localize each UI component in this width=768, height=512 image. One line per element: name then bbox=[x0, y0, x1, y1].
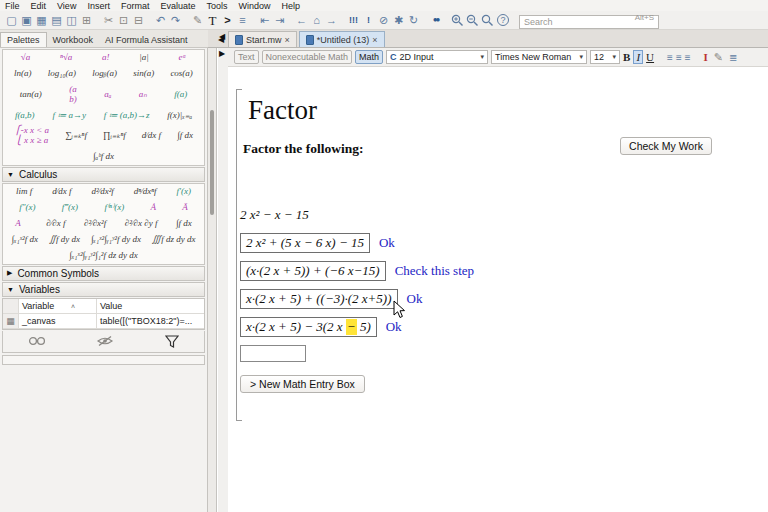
save-icon[interactable]: ▦ bbox=[34, 13, 49, 28]
palette-item[interactable]: f‴(x) bbox=[62, 203, 78, 213]
palette-item[interactable]: ∫ₓ₁ˣ²f dx bbox=[11, 235, 38, 245]
worksheet-content[interactable]: Factor Factor the following: Check My Wo… bbox=[228, 67, 768, 512]
check-my-work-button[interactable]: Check My Work bbox=[620, 137, 712, 155]
palette-item[interactable]: f⁽ⁿ⁾(x) bbox=[104, 203, 124, 213]
palette-item[interactable]: ∫ₐᵇf dx bbox=[93, 152, 114, 162]
palette-item[interactable]: d∕dx f bbox=[142, 131, 161, 141]
palette-item[interactable]: f″(x) bbox=[19, 203, 35, 213]
section-variables[interactable]: ▼ Variables bbox=[2, 282, 205, 297]
palette-item[interactable]: √a bbox=[21, 53, 30, 63]
palette-item[interactable]: ∬f dy dx bbox=[49, 235, 80, 245]
palette-item[interactable]: ∫ₓ₁ˣ²∫ᵧ₁ʸ²f dy dx bbox=[91, 235, 141, 245]
hyperlink-edit-icon[interactable]: ✎ bbox=[190, 13, 205, 28]
palette-item[interactable]: f(x)|ₓ₌ₐ bbox=[167, 111, 192, 121]
watch-icon[interactable] bbox=[28, 335, 46, 347]
zoom-in-icon[interactable] bbox=[450, 13, 465, 28]
panel-collapse-right-icon[interactable]: ▶ bbox=[219, 49, 225, 58]
palette-item[interactable]: f(a,b) bbox=[15, 111, 35, 121]
palette-item[interactable]: d²∕dx²f bbox=[91, 187, 113, 197]
grid-icon[interactable]: ▦ bbox=[3, 314, 19, 328]
palette-item[interactable]: log₁₀(a) bbox=[48, 69, 76, 79]
underline-button[interactable]: U bbox=[646, 51, 654, 63]
palette-item[interactable]: dⁿ∕dxⁿf bbox=[134, 187, 157, 197]
insert-prompt-icon[interactable]: > bbox=[220, 13, 235, 28]
tab-ai-formula-assistant[interactable]: AI Formula Assistant bbox=[99, 33, 194, 47]
variable-row[interactable]: ▦ _canvas table([("TBOX18:2")=... bbox=[3, 314, 204, 329]
palette-item[interactable]: ∫f dx bbox=[177, 131, 193, 141]
menu-tools[interactable]: Tools bbox=[206, 1, 227, 11]
variables-header-row[interactable]: Variable ˄ Value bbox=[3, 299, 204, 314]
palette-item[interactable]: ∂²∕∂x²f bbox=[84, 219, 106, 229]
palette-item[interactable]: ∭f dz dy dx bbox=[152, 235, 196, 245]
insert-text-icon[interactable]: T bbox=[205, 13, 220, 28]
align-right-icon[interactable]: ≡ bbox=[685, 52, 691, 63]
section-calculus[interactable]: ▼ Calculus bbox=[2, 167, 205, 182]
section-common-symbols[interactable]: ▶ Common Symbols bbox=[2, 266, 205, 281]
paste-icon[interactable]: ⊟ bbox=[131, 13, 146, 28]
print-icon[interactable]: ▤ bbox=[49, 13, 64, 28]
column-variable[interactable]: Variable ˄ bbox=[19, 299, 97, 313]
palette-item[interactable]: cos(a) bbox=[170, 69, 193, 79]
interrupt-icon[interactable]: ⊘ bbox=[376, 13, 391, 28]
menu-evaluate[interactable]: Evaluate bbox=[160, 1, 195, 11]
palette-item[interactable]: f ≔ a→y bbox=[52, 111, 86, 121]
input-style-dropdown[interactable]: C 2D Input ▾ bbox=[386, 50, 488, 64]
redo-icon[interactable]: ↷ bbox=[168, 13, 183, 28]
palette-item[interactable]: aₙ bbox=[139, 90, 147, 100]
undo-icon[interactable]: ↶ bbox=[153, 13, 168, 28]
palette-item[interactable]: ∏ᵢ₌ₖⁿf bbox=[103, 131, 126, 141]
palette-item[interactable]: ∫f dx bbox=[176, 219, 192, 229]
palette-item[interactable]: eᵃ bbox=[178, 53, 186, 63]
palette-scrollbar[interactable] bbox=[208, 48, 217, 512]
hide-icon[interactable] bbox=[96, 335, 114, 347]
zoom-reset-icon[interactable] bbox=[480, 13, 495, 28]
nonexecutable-math-button[interactable]: Nonexecutable Math bbox=[262, 50, 353, 64]
font-dropdown[interactable]: Times New Roman ▾ bbox=[491, 50, 587, 64]
home-icon[interactable]: ⌂ bbox=[309, 13, 324, 28]
palette-item[interactable]: ∫ₓ₁ˣ²∫ᵧ₁ʸ²∫₁²f dz dy dx bbox=[69, 251, 138, 261]
palette-item[interactable]: sin(a) bbox=[133, 69, 154, 79]
tab-group-icon[interactable]: ●● bbox=[428, 13, 443, 28]
text-mode-button[interactable]: Text bbox=[234, 50, 259, 64]
palette-item[interactable]: f′(x) bbox=[177, 187, 191, 197]
tab-palettes[interactable]: Palettes bbox=[0, 32, 47, 47]
palette-item[interactable]: ∑ᵢ₌ₖⁿf bbox=[65, 131, 87, 141]
align-center-icon[interactable]: ≡ bbox=[676, 52, 682, 63]
bullet-list-icon[interactable]: ≣ bbox=[729, 52, 737, 63]
indent-icon[interactable]: ⇥ bbox=[272, 13, 287, 28]
palette-item[interactable]: lim f bbox=[16, 187, 32, 197]
math-entry-box[interactable]: 2 x² + (5 x − 6 x) − 15 bbox=[240, 233, 370, 253]
menu-window[interactable]: Window bbox=[238, 1, 270, 11]
zoom-out-icon[interactable] bbox=[465, 13, 480, 28]
step-status-link[interactable]: Check this step bbox=[395, 263, 474, 279]
execute-all-icon[interactable]: !!! bbox=[346, 13, 361, 28]
debug-icon[interactable]: ✱ bbox=[391, 13, 406, 28]
back-icon[interactable]: ← bbox=[294, 13, 309, 28]
math-mode-button[interactable]: Math bbox=[355, 50, 383, 64]
scrollbar-thumb[interactable] bbox=[210, 110, 214, 215]
tab-untitled-13[interactable]: *Untitled (13) × bbox=[299, 31, 385, 47]
italic-button[interactable]: I bbox=[633, 50, 643, 64]
menu-edit[interactable]: Edit bbox=[31, 1, 47, 11]
palette-item[interactable]: ⎧-x x < a ⎩ x x ≥ a bbox=[14, 126, 49, 146]
palette-item[interactable]: (a b) bbox=[69, 85, 77, 105]
panel-collapse-left-icon[interactable]: ◀ bbox=[219, 32, 225, 41]
palette-item[interactable]: A⃛ bbox=[15, 219, 28, 229]
palette-item[interactable]: Ä bbox=[182, 203, 188, 213]
step-status-link[interactable]: Ok bbox=[379, 235, 395, 251]
palette-item[interactable]: f(a) bbox=[174, 90, 187, 100]
restart-icon[interactable]: ↻ bbox=[406, 13, 421, 28]
math-entry-box[interactable]: x·(2 x + 5) − 3(2 x − 5) bbox=[240, 317, 377, 337]
close-tab-icon[interactable]: × bbox=[285, 35, 290, 45]
panel-splitter[interactable] bbox=[218, 48, 228, 512]
menu-insert[interactable]: Insert bbox=[87, 1, 110, 11]
menu-file[interactable]: File bbox=[5, 1, 20, 11]
palette-item[interactable]: ∂²∕∂x ∂y f bbox=[125, 219, 158, 229]
help-icon[interactable]: ? bbox=[497, 14, 509, 26]
step-status-link[interactable]: Ok bbox=[407, 291, 423, 307]
forward-icon[interactable]: → bbox=[324, 13, 339, 28]
palette-item[interactable]: tan(a) bbox=[20, 90, 42, 100]
select-region-icon[interactable]: ⊞ bbox=[79, 13, 94, 28]
math-expression[interactable]: 2 x² − x − 15 bbox=[240, 207, 309, 223]
column-value[interactable]: Value bbox=[97, 299, 204, 313]
